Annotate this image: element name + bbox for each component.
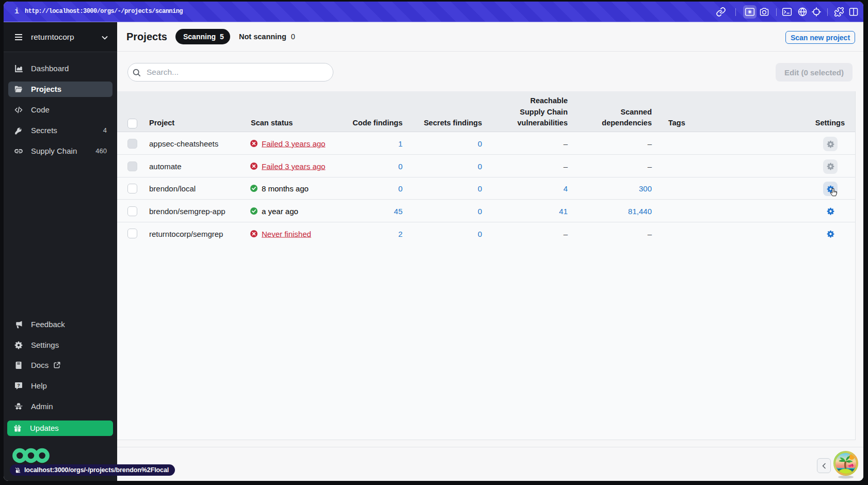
svg-text:?: ?: [17, 383, 20, 388]
